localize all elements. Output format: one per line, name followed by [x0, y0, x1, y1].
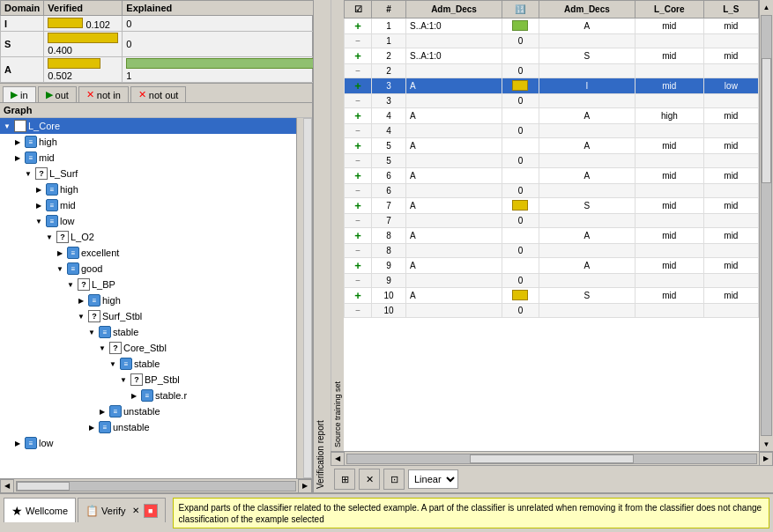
- vscroll-up[interactable]: ▲: [760, 0, 773, 14]
- table-row[interactable]: −90: [345, 274, 759, 288]
- table-row[interactable]: +4AAhighmid: [345, 108, 759, 124]
- tree-container[interactable]: ▼?L_Core▶≡high▶≡mid▼?L_Surf▶≡high▶≡mid▼≡…: [0, 118, 296, 478]
- tree-row[interactable]: ▶≡high: [0, 292, 296, 308]
- table-row[interactable]: +1S..A:1:0Amidmid: [345, 18, 759, 34]
- close-btn-red[interactable]: ■: [144, 504, 158, 518]
- expand-btn[interactable]: ▼: [97, 343, 108, 353]
- tree-row[interactable]: ▼≡stable: [0, 356, 296, 372]
- right-scroll-right[interactable]: ▶: [759, 452, 773, 466]
- tree-row[interactable]: ▼?BP_Stbl: [0, 372, 296, 388]
- resize-handle[interactable]: [303, 118, 312, 478]
- table-scroll[interactable]: ☑ # Adm_Decs 🔢 Adm_Decs L_Core L_S: [344, 0, 759, 451]
- tree-row[interactable]: ▶≡low: [0, 435, 296, 451]
- status-text: Expand parts of the classifier related t…: [173, 498, 769, 528]
- col4-cell: [539, 304, 635, 318]
- tree-row[interactable]: ▶≡high: [0, 134, 296, 150]
- tab-in[interactable]: ▶ in: [3, 86, 36, 102]
- tree-row[interactable]: ▶≡unstable: [0, 419, 296, 435]
- table-row[interactable]: +9AAmidmid: [345, 258, 759, 274]
- table-row[interactable]: +10ASmidmid: [345, 288, 759, 304]
- expand-btn[interactable]: ▶: [129, 390, 139, 401]
- table-row[interactable]: −40: [345, 124, 759, 138]
- close-verify-btn[interactable]: ✕: [132, 506, 139, 515]
- expand-btn[interactable]: ▶: [86, 422, 97, 432]
- toolbar-btn2[interactable]: ✕: [359, 469, 380, 490]
- left-hscroll[interactable]: ◀ ▶: [0, 478, 312, 492]
- vscroll-down[interactable]: ▼: [760, 437, 773, 451]
- tree-row[interactable]: ▶≡mid: [0, 197, 296, 213]
- right-hscroll-track[interactable]: [346, 454, 757, 464]
- table-row[interactable]: +5AAmidmid: [345, 138, 759, 154]
- table-row[interactable]: +3AImidlow: [345, 78, 759, 94]
- linear-select[interactable]: Linear: [408, 469, 458, 489]
- expand-btn[interactable]: ▶: [55, 248, 65, 258]
- node-label: high: [60, 184, 78, 195]
- expand-btn[interactable]: ▶: [12, 438, 23, 448]
- tree-row[interactable]: ▶≡excellent: [0, 245, 296, 261]
- table-row[interactable]: −60: [345, 184, 759, 198]
- expand-btn[interactable]: ▼: [118, 374, 129, 385]
- expand-btn[interactable]: ▶: [12, 137, 23, 147]
- tree-row[interactable]: ▼?L_BP: [0, 277, 296, 292]
- right-hscroll-thumb[interactable]: [470, 454, 634, 463]
- table-row[interactable]: −100: [345, 304, 759, 318]
- tree-row[interactable]: ▼≡good: [0, 261, 296, 277]
- table-row[interactable]: +6AAmidmid: [345, 168, 759, 184]
- pm-cell: +: [345, 258, 372, 274]
- expand-btn[interactable]: ▶: [76, 295, 86, 306]
- table-row[interactable]: −10: [345, 34, 759, 48]
- table-row[interactable]: −20: [345, 64, 759, 78]
- table-row[interactable]: −80: [345, 244, 759, 258]
- expand-btn[interactable]: ▼: [55, 263, 65, 274]
- tree-row[interactable]: ▼≡stable: [0, 324, 296, 340]
- expand-btn[interactable]: ▼: [2, 121, 12, 131]
- table-row[interactable]: −70: [345, 214, 759, 228]
- expand-btn[interactable]: ▶: [33, 184, 44, 195]
- tab-wellcome[interactable]: ★ Wellcome: [4, 498, 76, 522]
- pm-cell: +: [345, 108, 372, 124]
- hscroll-track[interactable]: [16, 481, 296, 491]
- expand-btn[interactable]: ▶: [97, 406, 108, 417]
- tree-row[interactable]: ▼?Surf_Stbl: [0, 308, 296, 324]
- tree-row[interactable]: ▼?L_O2: [0, 229, 296, 245]
- color-cell: 0: [502, 244, 539, 258]
- toolbar-btn3[interactable]: ⊡: [383, 469, 405, 490]
- tree-row[interactable]: ▼?L_Surf: [0, 166, 296, 181]
- expand-btn[interactable]: ▼: [76, 311, 86, 321]
- table-row[interactable]: −30: [345, 94, 759, 108]
- scroll-right-arrow[interactable]: ▶: [298, 479, 312, 493]
- table-row[interactable]: +8AAmidmid: [345, 228, 759, 244]
- expand-btn[interactable]: ▼: [108, 358, 118, 369]
- col5-cell: [635, 184, 703, 198]
- tab-out[interactable]: ▶ out: [38, 86, 77, 102]
- scroll-left-arrow[interactable]: ◀: [0, 479, 14, 493]
- right-scroll-left[interactable]: ◀: [331, 452, 345, 466]
- expand-btn[interactable]: ▼: [23, 168, 33, 179]
- right-vscroll[interactable]: ▲ ▼: [759, 0, 773, 451]
- toolbar-btn1[interactable]: ⊞: [334, 469, 355, 490]
- expand-btn[interactable]: ▼: [65, 279, 76, 290]
- tree-row[interactable]: ▶≡mid: [0, 150, 296, 166]
- tab-not-out[interactable]: ✕ not out: [130, 86, 187, 102]
- expand-btn[interactable]: ▼: [33, 216, 44, 226]
- tab-verify[interactable]: 📋 Verify ✕ ■: [78, 498, 166, 522]
- right-hscroll[interactable]: ◀ ▶: [331, 451, 773, 465]
- tree-row[interactable]: ▶≡stable.r: [0, 388, 296, 403]
- table-row[interactable]: +2S..A:1:0Smidmid: [345, 48, 759, 64]
- tab-not-in[interactable]: ✕ not in: [78, 86, 129, 102]
- expand-btn[interactable]: ▶: [12, 152, 23, 163]
- expand-btn[interactable]: ▶: [33, 200, 44, 211]
- table-row[interactable]: −50: [345, 154, 759, 168]
- hscroll-thumb[interactable]: [17, 482, 70, 491]
- node-label: L_Surf: [49, 168, 78, 179]
- expand-btn[interactable]: ▼: [86, 327, 97, 337]
- expand-btn[interactable]: ▼: [44, 232, 55, 242]
- table-row[interactable]: +7ASmidmid: [345, 198, 759, 214]
- tree-row[interactable]: ▼≡low: [0, 213, 296, 229]
- vscroll-thumb[interactable]: [762, 58, 771, 184]
- tree-row[interactable]: ▶≡unstable: [0, 403, 296, 419]
- tree-row[interactable]: ▼?L_Core: [0, 118, 296, 134]
- vscroll-track[interactable]: [761, 15, 772, 436]
- tree-row[interactable]: ▶≡high: [0, 181, 296, 197]
- tree-row[interactable]: ▼?Core_Stbl: [0, 340, 296, 356]
